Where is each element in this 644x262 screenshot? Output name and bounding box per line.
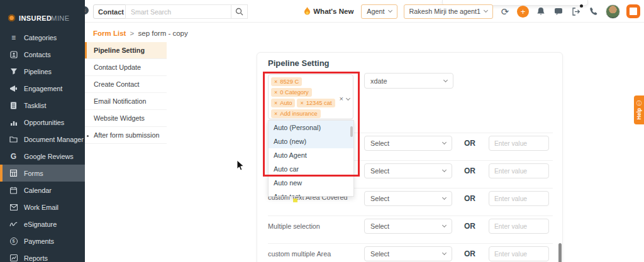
main-sidebar: INSUREDMINE ≡Categories Contacts Pipelin…	[0, 0, 85, 262]
dropdown-scrollbar[interactable]	[350, 126, 353, 137]
top-bar: ‹ Contact What's New Agent Rakesh Mirji …	[85, 0, 644, 23]
remove-tag-icon[interactable]: ×	[274, 100, 277, 106]
panel-scrollbar-thumb[interactable]	[558, 243, 562, 262]
payments-icon: $	[9, 237, 18, 245]
add-new-button[interactable]: +	[517, 6, 529, 18]
breadcrumb-form-list[interactable]: Form List	[93, 30, 126, 37]
sidebar-item-label: Reports	[24, 254, 48, 262]
agent-role-dropdown[interactable]: Agent	[361, 4, 397, 19]
xdate-select[interactable]: xdate	[364, 73, 453, 89]
tab-label: Email Notification	[94, 97, 146, 105]
remove-tag-icon[interactable]: ×	[274, 79, 277, 85]
sidebar-item-label: Work Email	[24, 204, 58, 211]
agent-role-label: Agent	[367, 8, 384, 15]
or-label: OR	[464, 222, 475, 231]
engagement-icon	[9, 85, 18, 92]
sidebar-item-contacts[interactable]: Contacts	[0, 46, 85, 63]
sidebar-item-label: Contacts	[24, 51, 51, 58]
tag-label: Add insurance	[280, 111, 317, 117]
notifications-button[interactable]	[535, 6, 547, 17]
sidebar-item-reports[interactable]: Reports	[0, 249, 85, 262]
tab-label: Pipeline Setting	[94, 46, 145, 54]
dropdown-option[interactable]: Auto (Personal)	[269, 121, 353, 134]
condition-select[interactable]: Select	[364, 163, 452, 178]
condition-select[interactable]: Select	[364, 191, 452, 206]
sidebar-item-engagement[interactable]: Engagement	[0, 80, 85, 97]
help-tab[interactable]: ⓘ Help	[634, 96, 644, 124]
phone-button[interactable]	[588, 6, 599, 17]
signature-icon	[9, 221, 18, 227]
chevron-down-icon	[442, 251, 447, 255]
bell-icon	[536, 7, 545, 16]
chevron-down-icon[interactable]	[346, 96, 350, 100]
value-input[interactable]	[489, 163, 549, 178]
whats-new-link[interactable]: What's New	[304, 7, 353, 16]
tag-label: 8529 C	[280, 79, 299, 85]
sidebar-item-tasklist[interactable]: Tasklist	[0, 97, 85, 114]
condition-select[interactable]: Select	[364, 219, 452, 234]
chevron-down-icon	[442, 223, 447, 227]
messages-button[interactable]	[553, 6, 564, 17]
tab-website-widgets[interactable]: Website Widgets	[85, 110, 167, 127]
dropdown-option[interactable]: Auto Agent	[269, 148, 353, 162]
browser-extension-icon[interactable]	[626, 4, 640, 18]
email-icon	[9, 204, 18, 210]
sidebar-item-label: Google Reviews	[24, 153, 74, 160]
tab-pipeline-setting[interactable]: Pipeline Setting	[85, 42, 167, 59]
help-label: Help	[636, 108, 642, 119]
tab-email-notification[interactable]: Email Notification	[85, 93, 167, 110]
pipeline-options-dropdown: Auto (Personal) Auto (new) Auto Agent Au…	[268, 120, 354, 197]
chevron-down-icon	[443, 77, 448, 82]
sidebar-item-calendar[interactable]: Calendar	[0, 182, 85, 199]
or-label: OR	[464, 166, 475, 175]
tab-create-contact[interactable]: Create Contact	[85, 76, 167, 93]
insuredmine-logo-icon	[8, 14, 15, 21]
yellow-marker	[293, 199, 297, 202]
remove-tag-icon[interactable]: ×	[274, 111, 277, 117]
pipeline-multiselect[interactable]: ×8529 C ×0 Category ×Auto ×12345 cat ×Ad…	[268, 74, 353, 119]
logout-button[interactable]	[570, 6, 582, 17]
sidebar-item-google-reviews[interactable]: GGoogle Reviews	[0, 148, 85, 165]
condition-select[interactable]: Select	[364, 136, 452, 151]
refresh-button[interactable]: ⟳	[499, 6, 511, 17]
tag-label: 12345 cat	[306, 100, 332, 106]
user-account-label: Rakesh Mirji the agent1	[409, 8, 480, 15]
sidebar-item-pipelines[interactable]: Pipelines	[0, 63, 85, 80]
value-input[interactable]	[489, 191, 549, 206]
sidebar-item-esignature[interactable]: eSignature	[0, 216, 85, 232]
whats-new-label: What's New	[313, 8, 353, 15]
contacts-icon	[9, 51, 18, 58]
tab-contact-update[interactable]: Contact Update	[85, 59, 167, 76]
sidebar-item-forms[interactable]: Forms	[0, 165, 85, 182]
tasklist-icon	[9, 102, 18, 109]
search-button[interactable]	[231, 4, 248, 19]
dropdown-option[interactable]: Auto car	[269, 162, 353, 176]
plus-icon: +	[521, 7, 526, 16]
sidebar-item-label: Categories	[24, 34, 57, 41]
value-input[interactable]	[489, 246, 549, 261]
clear-all-icon[interactable]: ×	[340, 95, 343, 102]
calendar-icon	[9, 187, 18, 194]
smart-search-input[interactable]	[125, 4, 231, 19]
value-input[interactable]	[489, 136, 549, 151]
user-account-dropdown[interactable]: Rakesh Mirji the agent1	[404, 4, 493, 19]
dropdown-option[interactable]: Auto (new)	[269, 134, 353, 148]
tab-after-form-submission[interactable]: After form submission	[85, 127, 167, 144]
breadcrumb-separator: >	[130, 30, 135, 37]
forms-icon	[9, 170, 18, 177]
sidebar-item-categories[interactable]: ≡Categories	[0, 29, 85, 46]
sidebar-item-work-email[interactable]: Work Email	[0, 199, 85, 216]
sidebar-item-document-manager[interactable]: Document Manager	[0, 131, 85, 148]
logo-text-light: MINE	[51, 14, 69, 22]
sidebar-item-payments[interactable]: $Payments	[0, 232, 85, 249]
dropdown-option[interactable]: Auto new	[269, 176, 353, 190]
sidebar-item-opportunities[interactable]: Opportunities	[0, 114, 85, 131]
search-scope-label: Contact	[98, 8, 124, 16]
user-avatar[interactable]	[606, 4, 620, 19]
or-label: OR	[464, 194, 475, 203]
remove-tag-icon[interactable]: ×	[300, 100, 303, 106]
remove-tag-icon[interactable]: ×	[274, 89, 277, 96]
dropdown-option[interactable]: Auto test	[269, 190, 353, 197]
value-input[interactable]	[489, 219, 549, 234]
condition-select[interactable]: Select	[364, 246, 452, 261]
